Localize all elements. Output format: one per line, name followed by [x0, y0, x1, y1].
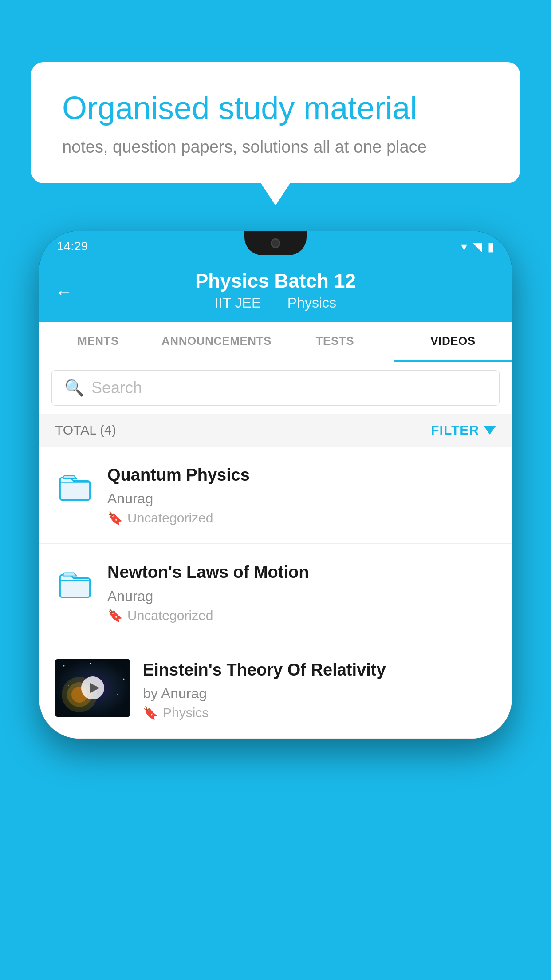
video-thumbnail — [55, 659, 130, 717]
bubble-subtitle: notes, question papers, solutions all at… — [62, 138, 489, 157]
video-tag: 🔖 Uncategorized — [107, 608, 496, 623]
video-info: Quantum Physics Anurag 🔖 Uncategorized — [107, 464, 496, 526]
svg-point-5 — [123, 678, 125, 680]
header-subtitle-physics: Physics — [287, 295, 336, 311]
tab-tests[interactable]: TESTS — [276, 322, 394, 362]
header-title: Physics Batch 12 — [55, 270, 496, 292]
video-author: Anurag — [107, 588, 496, 605]
thumbnail-bg — [55, 659, 130, 717]
video-tag: 🔖 Uncategorized — [107, 510, 496, 526]
total-label: TOTAL (4) — [55, 423, 116, 438]
status-time: 14:29 — [57, 239, 88, 253]
video-title: Quantum Physics — [107, 464, 496, 486]
video-tag: 🔖 Physics — [143, 705, 496, 720]
list-item[interactable]: Quantum Physics Anurag 🔖 Uncategorized — [39, 447, 512, 544]
video-list: Quantum Physics Anurag 🔖 Uncategorized — [39, 447, 512, 739]
bubble-title: Organised study material — [62, 89, 489, 127]
filter-bar: TOTAL (4) FILTER — [39, 414, 512, 447]
svg-point-7 — [117, 694, 118, 695]
app-header: ← Physics Batch 12 IIT JEE Physics — [39, 262, 512, 322]
filter-icon — [484, 426, 496, 435]
search-icon: 🔍 — [64, 379, 84, 397]
notch — [244, 231, 307, 255]
tag-icon: 🔖 — [107, 511, 123, 526]
header-subtitle-iit: IIT JEE — [215, 295, 261, 311]
video-title: Einstein's Theory Of Relativity — [143, 659, 496, 681]
svg-point-1 — [63, 665, 65, 666]
video-title: Newton's Laws of Motion — [107, 561, 496, 583]
phone-wrapper: 14:29 ▾ ◥ ▮ ← Physics Batch 12 IIT JEE P… — [39, 231, 512, 980]
tag-label: Uncategorized — [127, 608, 213, 623]
video-info: Newton's Laws of Motion Anurag 🔖 Uncateg… — [107, 561, 496, 623]
status-icons: ▾ ◥ ▮ — [461, 239, 494, 254]
search-input-wrapper[interactable]: 🔍 Search — [51, 370, 500, 406]
search-bar: 🔍 Search — [39, 362, 512, 414]
tag-icon: 🔖 — [143, 706, 158, 720]
folder-icon — [55, 565, 95, 605]
search-placeholder: Search — [91, 379, 142, 397]
camera — [271, 238, 280, 248]
filter-label: FILTER — [431, 423, 479, 438]
tag-icon: 🔖 — [107, 608, 123, 623]
tab-videos[interactable]: VIDEOS — [394, 322, 512, 362]
status-bar: 14:29 ▾ ◥ ▮ — [39, 231, 512, 262]
svg-point-3 — [90, 663, 91, 664]
phone: 14:29 ▾ ◥ ▮ ← Physics Batch 12 IIT JEE P… — [39, 231, 512, 739]
back-button[interactable]: ← — [55, 282, 73, 302]
speech-bubble-container: Organised study material notes, question… — [31, 62, 520, 183]
list-item[interactable]: Newton's Laws of Motion Anurag 🔖 Uncateg… — [39, 544, 512, 641]
filter-button[interactable]: FILTER — [431, 423, 496, 438]
battery-icon: ▮ — [488, 239, 494, 254]
header-subtitle: IIT JEE Physics — [55, 295, 496, 311]
tab-announcements[interactable]: ANNOUNCEMENTS — [157, 322, 276, 362]
video-author: Anurag — [107, 490, 496, 507]
video-info: Einstein's Theory Of Relativity by Anura… — [143, 659, 496, 720]
signal-icon: ◥ — [472, 239, 482, 254]
tag-label: Physics — [163, 705, 209, 720]
wifi-icon: ▾ — [461, 239, 467, 254]
speech-bubble: Organised study material notes, question… — [31, 62, 520, 183]
svg-point-4 — [112, 668, 113, 668]
svg-point-2 — [75, 672, 75, 673]
tabs-bar: MENTS ANNOUNCEMENTS TESTS VIDEOS — [39, 322, 512, 362]
video-author: by Anurag — [143, 685, 496, 702]
list-item[interactable]: Einstein's Theory Of Relativity by Anura… — [39, 641, 512, 739]
folder-icon — [55, 468, 95, 508]
tab-ments[interactable]: MENTS — [39, 322, 157, 362]
tag-label: Uncategorized — [127, 510, 213, 526]
